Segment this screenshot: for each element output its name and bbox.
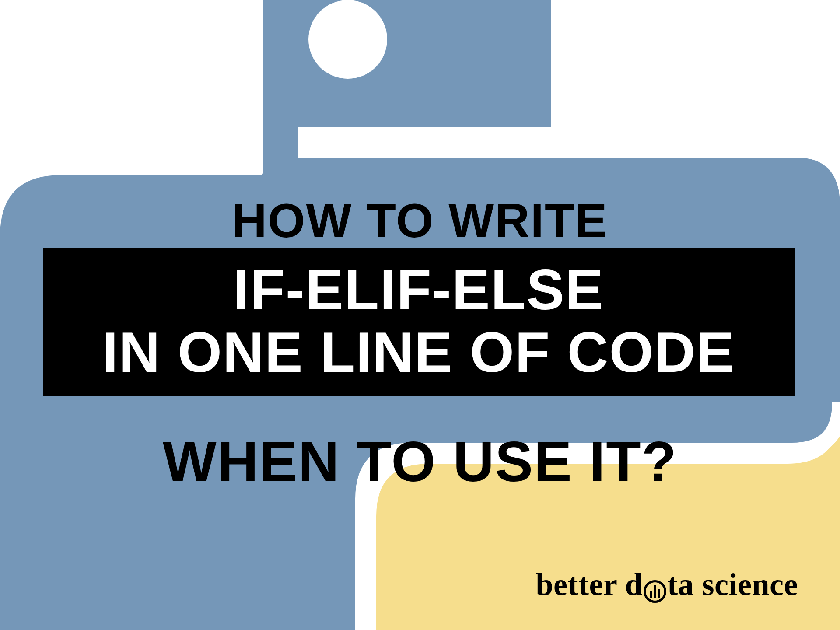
- brand-suffix: ta science: [667, 567, 798, 603]
- thumbnail-graphic: HOW TO WRITE IF-ELIF-ELSE IN ONE LINE OF…: [0, 0, 840, 630]
- headline-line-1: HOW TO WRITE: [0, 192, 840, 248]
- brand-prefix: better d: [536, 567, 643, 603]
- text-overlay: HOW TO WRITE IF-ELIF-ELSE IN ONE LINE OF…: [0, 0, 840, 630]
- headline-highlight-line-2: IN ONE LINE OF CODE: [52, 322, 786, 382]
- headline-highlight-box: IF-ELIF-ELSE IN ONE LINE OF CODE: [43, 248, 794, 396]
- brand-wordmark: better d ta science: [536, 567, 798, 603]
- bar-chart-icon: [644, 580, 666, 603]
- headline-line-4: WHEN TO USE IT?: [0, 429, 840, 494]
- headline-highlight-line-1: IF-ELIF-ELSE: [52, 260, 786, 320]
